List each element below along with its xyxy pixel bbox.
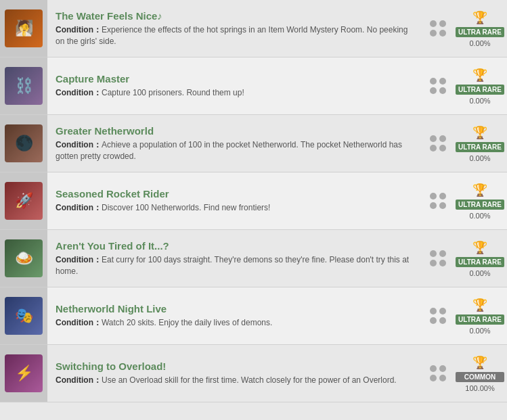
- achievement-icon: ⛓️: [0, 57, 47, 114]
- progress-dot: [430, 260, 437, 266]
- achievement-content: Capture MasterCondition：Capture 100 pris…: [47, 57, 423, 114]
- progress-dot: [430, 30, 437, 37]
- progress-dot: [430, 317, 437, 324]
- achievement-badge: 🏆ULTRA RARE0.00%: [453, 172, 507, 229]
- achievement-content: Switching to Overload!Condition：Use an O…: [47, 345, 423, 402]
- trophy-icon: 🏆: [472, 183, 487, 197]
- achievement-badge: 🏆ULTRA RARE0.00%: [453, 57, 507, 114]
- progress-dot: [430, 308, 437, 314]
- achievement-title: Greater Netherworld: [56, 125, 415, 137]
- rarity-percent: 0.00%: [469, 97, 490, 105]
- progress-dot: [430, 365, 437, 372]
- rarity-badge: ULTRA RARE: [456, 27, 504, 37]
- progress-dot: [439, 135, 446, 142]
- achievement-icon: ⚡: [0, 345, 47, 402]
- achievement-dots: [423, 287, 453, 344]
- achievement-content: Netherworld Night LiveCondition：Watch 20…: [47, 287, 423, 344]
- progress-dot: [439, 260, 446, 266]
- rarity-percent: 0.00%: [469, 269, 490, 277]
- progress-dot: [439, 365, 446, 372]
- progress-dot: [430, 87, 437, 94]
- trophy-icon: 🏆: [472, 298, 487, 312]
- progress-dot: [430, 20, 437, 27]
- achievement-icon: 🌑: [0, 115, 47, 172]
- achievement-title: Netherworld Night Live: [56, 303, 415, 314]
- achievement-dots: [423, 345, 453, 402]
- achievement-dots: [423, 230, 453, 287]
- progress-dot: [430, 193, 437, 200]
- achievement-title: Aren't You Tired of It...?: [56, 240, 415, 252]
- achievement-badge: 🏆COMMON100.00%: [453, 345, 507, 402]
- achievement-condition: Condition：Eat curry for 100 days straigh…: [56, 254, 415, 277]
- achievement-list: 🧖The Water Feels Nice♪Condition：Experien…: [0, 0, 507, 402]
- rarity-badge: ULTRA RARE: [456, 200, 504, 210]
- progress-dot: [430, 78, 437, 85]
- rarity-badge: ULTRA RARE: [456, 314, 504, 325]
- rarity-badge: ULTRA RARE: [456, 257, 504, 267]
- progress-dot: [439, 317, 446, 324]
- rarity-percent: 0.00%: [469, 212, 490, 220]
- achievement-dots: [423, 57, 453, 114]
- achievement-icon: 🚀: [0, 172, 47, 229]
- achievement-item: ⚡Switching to Overload!Condition：Use an …: [0, 345, 507, 402]
- progress-dot: [439, 87, 446, 94]
- progress-dot: [439, 375, 446, 381]
- progress-dot: [430, 250, 437, 257]
- progress-dot: [430, 145, 437, 151]
- achievement-item: 🎭Netherworld Night LiveCondition：Watch 2…: [0, 287, 507, 345]
- achievement-title: Seasoned Rocket Rider: [56, 188, 415, 200]
- achievement-condition: Condition：Use an Overload skill for the …: [56, 375, 415, 386]
- progress-dot: [439, 193, 446, 200]
- achievement-dots: [423, 172, 453, 229]
- achievement-content: Aren't You Tired of It...?Condition：Eat …: [47, 230, 423, 287]
- achievement-icon: 🧖: [0, 0, 47, 57]
- progress-dot: [439, 308, 446, 314]
- progress-dot: [439, 20, 446, 27]
- progress-dot: [439, 250, 446, 257]
- achievement-badge: 🏆ULTRA RARE0.00%: [453, 115, 507, 172]
- achievement-condition: Condition：Experience the effects of the …: [56, 24, 415, 47]
- progress-dot: [430, 135, 437, 142]
- achievement-content: Greater NetherworldCondition：Achieve a p…: [47, 115, 423, 172]
- achievement-title: Capture Master: [56, 73, 415, 85]
- rarity-badge: ULTRA RARE: [456, 85, 504, 95]
- achievement-dots: [423, 115, 453, 172]
- achievement-dots: [423, 0, 453, 57]
- achievement-badge: 🏆ULTRA RARE0.00%: [453, 287, 507, 344]
- achievement-title: The Water Feels Nice♪: [56, 10, 415, 22]
- achievement-icon: 🍛: [0, 230, 47, 287]
- rarity-percent: 0.00%: [469, 39, 490, 47]
- progress-dot: [430, 375, 437, 381]
- achievement-content: The Water Feels Nice♪Condition：Experienc…: [47, 0, 423, 57]
- achievement-item: 🌑Greater NetherworldCondition：Achieve a …: [0, 115, 507, 172]
- achievement-condition: Condition：Achieve a population of 100 in…: [56, 139, 415, 162]
- progress-dot: [430, 202, 437, 209]
- achievement-item: ⛓️Capture MasterCondition：Capture 100 pr…: [0, 57, 507, 115]
- achievement-title: Switching to Overload!: [56, 360, 415, 372]
- trophy-icon: 🏆: [472, 68, 487, 83]
- trophy-icon: 🏆: [472, 10, 487, 25]
- achievement-item: 🍛Aren't You Tired of It...?Condition：Eat…: [0, 230, 507, 287]
- rarity-badge: COMMON: [456, 372, 504, 382]
- achievement-badge: 🏆ULTRA RARE0.00%: [453, 230, 507, 287]
- achievement-content: Seasoned Rocket RiderCondition：Discover …: [47, 172, 423, 229]
- achievement-icon: 🎭: [0, 287, 47, 344]
- progress-dot: [439, 30, 446, 37]
- achievement-item: 🧖The Water Feels Nice♪Condition：Experien…: [0, 0, 507, 57]
- rarity-percent: 0.00%: [469, 327, 490, 335]
- achievement-condition: Condition：Watch 20 skits. Enjoy the dail…: [56, 317, 415, 329]
- trophy-icon: 🏆: [472, 125, 487, 140]
- achievement-condition: Condition：Discover 100 Netherworlds. Fin…: [56, 202, 415, 214]
- progress-dot: [439, 202, 446, 209]
- achievement-badge: 🏆ULTRA RARE0.00%: [453, 0, 507, 57]
- rarity-percent: 100.00%: [465, 384, 494, 392]
- rarity-badge: ULTRA RARE: [456, 142, 504, 152]
- progress-dot: [439, 145, 446, 151]
- progress-dot: [439, 78, 446, 85]
- trophy-icon: 🏆: [472, 355, 487, 370]
- trophy-icon: 🏆: [472, 240, 487, 255]
- rarity-percent: 0.00%: [469, 154, 490, 162]
- achievement-condition: Condition：Capture 100 prisoners. Round t…: [56, 87, 415, 99]
- achievement-item: 🚀Seasoned Rocket RiderCondition：Discover…: [0, 172, 507, 230]
